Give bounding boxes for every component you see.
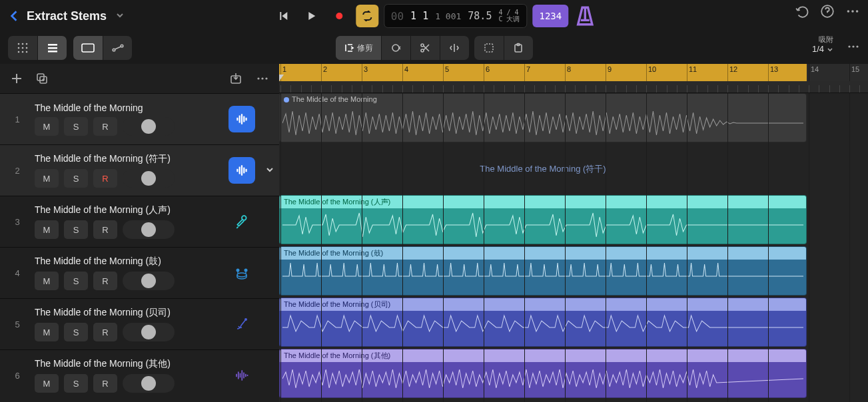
track-type-vocal-icon[interactable]	[228, 208, 255, 235]
add-track-button[interactable]	[9, 71, 24, 86]
play-button[interactable]	[300, 5, 322, 27]
pan-knob[interactable]	[123, 272, 175, 290]
svg-rect-15	[48, 47, 57, 49]
track-options-button[interactable]	[255, 71, 270, 86]
waveform-icon	[282, 311, 803, 343]
pan-knob[interactable]	[123, 220, 175, 239]
cycle-button[interactable]	[356, 5, 378, 27]
svg-point-21	[421, 44, 424, 47]
svg-rect-23	[485, 44, 493, 52]
svg-rect-54	[243, 373, 244, 379]
region-view-button[interactable]	[73, 36, 103, 60]
import-button[interactable]	[228, 71, 243, 86]
lcd-display[interactable]: 00 1 1 1 001 78.5 4 / 4 C 大调	[384, 4, 528, 28]
transport-controls: 00 1 1 1 001 78.5 4 / 4 C 大调 1234	[272, 4, 596, 28]
record-enable-button[interactable]: R	[93, 220, 117, 239]
track-name[interactable]: The Middle of the Morning (贝司)	[35, 307, 228, 319]
svg-point-6	[22, 43, 24, 45]
track-type-drums-icon[interactable]	[228, 260, 255, 286]
count-in-display[interactable]: 1234	[532, 5, 568, 27]
pan-knob[interactable]	[123, 169, 175, 188]
track-row[interactable]: 6 The Middle of the Morning (其他) M S R	[0, 349, 279, 401]
record-enable-button[interactable]: R	[93, 272, 117, 290]
track-row[interactable]: 2 The Middle of the Morning (符干) M S R	[0, 144, 279, 196]
solo-button[interactable]: S	[64, 117, 88, 136]
mute-button[interactable]: M	[35, 117, 59, 136]
help-button[interactable]	[820, 4, 835, 19]
lcd-position-bars: 1 1	[410, 10, 428, 22]
mute-button[interactable]: M	[35, 374, 59, 393]
solo-button[interactable]: S	[64, 323, 88, 341]
track-name[interactable]: The Middle of the Morning (其他)	[35, 358, 228, 370]
track-name[interactable]: The Middle of the Morning (鼓)	[35, 256, 228, 268]
mute-button[interactable]: M	[35, 169, 59, 188]
go-to-start-button[interactable]	[272, 5, 294, 27]
track-row[interactable]: 3 The Middle of the Morning (人声) M S R	[0, 196, 279, 247]
metronome-button[interactable]	[574, 5, 596, 27]
solo-button[interactable]: S	[64, 220, 88, 239]
solo-button[interactable]: S	[64, 374, 88, 393]
lcd-position-sub: 1 001	[435, 11, 461, 21]
duplicate-track-button[interactable]	[35, 71, 49, 86]
track-row[interactable]: 4 The Middle of the Morning (鼓) M S R	[0, 247, 279, 298]
list-view-button[interactable]	[37, 36, 67, 60]
mute-button[interactable]: M	[35, 323, 59, 341]
sub-ruler[interactable]	[279, 81, 868, 93]
mute-button[interactable]: M	[35, 272, 59, 290]
loop-tool-button[interactable]	[381, 36, 410, 60]
track-row[interactable]: 5 The Middle of the Morning (贝司) M S R	[0, 298, 279, 349]
solo-button[interactable]: S	[64, 169, 88, 188]
track-type-audio-icon[interactable]	[228, 106, 255, 132]
svg-rect-56	[247, 375, 248, 376]
record-enable-button[interactable]: R	[93, 323, 117, 341]
svg-point-28	[856, 45, 858, 47]
paste-tool-button[interactable]	[504, 36, 533, 60]
marquee-tool-button[interactable]	[474, 36, 504, 60]
record-enable-button[interactable]: R	[93, 117, 117, 136]
automation-view-button[interactable]	[103, 36, 132, 60]
svg-rect-16	[48, 51, 57, 53]
more-menu-button[interactable]	[845, 4, 860, 19]
record-enable-button[interactable]: R	[93, 169, 117, 188]
svg-rect-52	[240, 373, 241, 378]
lcd-signature: 4 / 4 C 大调	[498, 9, 520, 23]
undo-button[interactable]	[795, 4, 809, 19]
pan-knob[interactable]	[123, 117, 175, 136]
record-button[interactable]	[328, 5, 350, 27]
ruler[interactable]: 1415 12345678910111213	[279, 64, 868, 81]
track-type-audio-icon[interactable]	[228, 157, 255, 184]
track-header-toolbar	[0, 64, 279, 93]
record-enable-button[interactable]: R	[93, 374, 117, 393]
snap-setting[interactable]: 吸附 1/4	[812, 35, 833, 55]
svg-point-13	[26, 51, 28, 53]
solo-button[interactable]: S	[64, 272, 88, 290]
track-name[interactable]: The Middle of the Morning	[35, 102, 228, 113]
svg-point-33	[261, 77, 263, 79]
expand-folder-button[interactable]	[260, 165, 279, 176]
track-number: 4	[0, 268, 35, 278]
scissors-tool-button[interactable]	[410, 36, 440, 60]
trim-button[interactable]: 修剪	[336, 36, 381, 60]
project-menu-chevron-icon[interactable]	[116, 11, 124, 21]
track-name[interactable]: The Middle of the Morning (人声)	[35, 204, 228, 216]
mute-button[interactable]: M	[35, 220, 59, 239]
svg-point-47	[236, 269, 240, 272]
playhead[interactable]	[279, 75, 284, 81]
project-title[interactable]: Extract Stems	[27, 9, 107, 23]
svg-point-0	[336, 13, 342, 19]
svg-point-10	[26, 47, 28, 49]
lcd-tempo: 78.5	[468, 10, 492, 22]
secondary-toolbar: 修剪 吸附 1/4	[0, 32, 868, 64]
pan-knob[interactable]	[123, 374, 175, 393]
timeline[interactable]: 1415 12345678910111213 The Middle of the…	[279, 64, 868, 402]
track-type-other-icon[interactable]	[228, 362, 255, 389]
track-number: 1	[0, 114, 35, 124]
grid-view-button[interactable]	[8, 36, 37, 60]
pan-knob[interactable]	[123, 323, 175, 341]
back-button[interactable]	[8, 10, 20, 22]
track-name[interactable]: The Middle of the Morning (符干)	[35, 153, 228, 165]
toolbar-more-button[interactable]	[847, 40, 860, 56]
split-tool-button[interactable]	[440, 36, 469, 60]
track-type-bass-icon[interactable]	[228, 311, 255, 337]
track-row[interactable]: 1 The Middle of the Morning M S R	[0, 93, 279, 144]
